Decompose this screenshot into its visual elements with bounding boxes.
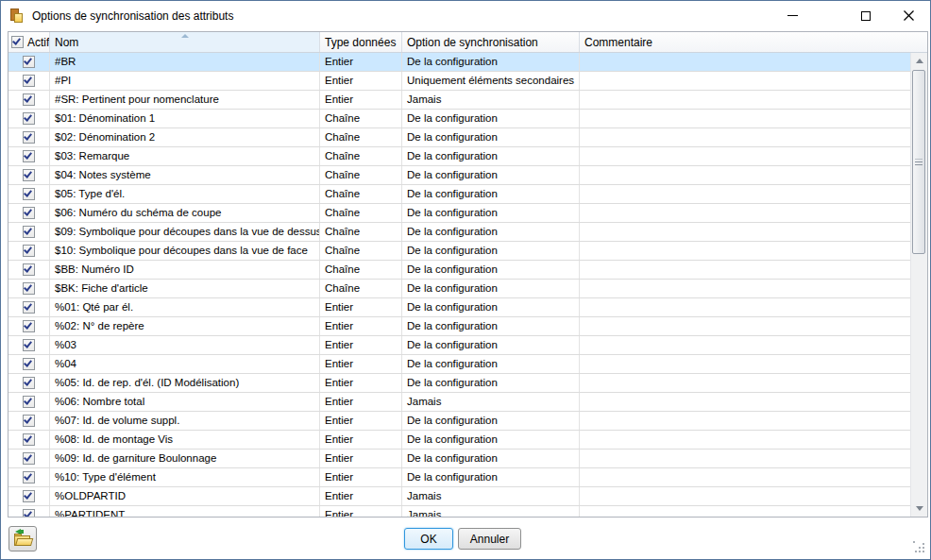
- attribute-name-cell: $01: Dénomination 1: [50, 110, 320, 127]
- actif-cell: [8, 336, 50, 354]
- row-checkbox[interactable]: [23, 471, 35, 484]
- table-row[interactable]: $04: Notes système Chaîne De la configur…: [8, 166, 910, 185]
- actif-cell: [8, 355, 50, 373]
- row-checkbox[interactable]: [23, 433, 35, 446]
- actif-cell: [8, 431, 50, 449]
- row-checkbox[interactable]: [23, 112, 35, 125]
- scrollbar-thumb[interactable]: [912, 70, 925, 254]
- row-checkbox[interactable]: [23, 490, 35, 502]
- comment-cell: [580, 223, 910, 241]
- data-type-cell: Entier: [320, 91, 402, 109]
- row-checkbox[interactable]: [23, 131, 35, 144]
- table-row[interactable]: $01: Dénomination 1 Chaîne De la configu…: [8, 110, 910, 128]
- app-icon: [9, 8, 25, 24]
- header-commentaire[interactable]: Commentaire: [580, 32, 927, 52]
- comment-cell: [580, 261, 910, 279]
- table-row[interactable]: %09: Id. de garniture Boulonnage Entier …: [8, 450, 910, 468]
- table-row[interactable]: %04 Entier De la configuration: [8, 355, 910, 374]
- comment-cell: [580, 412, 910, 430]
- check-mark: [24, 169, 32, 178]
- attribute-name-cell: %08: Id. de montage Vis: [50, 431, 320, 449]
- data-type-cell: Entier: [320, 468, 402, 486]
- row-checkbox[interactable]: [23, 509, 35, 517]
- open-folder-icon: [13, 532, 32, 547]
- row-checkbox[interactable]: [23, 415, 35, 427]
- table-row[interactable]: %10: Type d'élément Entier De la configu…: [8, 468, 910, 487]
- comment-cell: [580, 393, 910, 411]
- row-checkbox[interactable]: [23, 282, 35, 295]
- row-checkbox[interactable]: [23, 358, 35, 370]
- table-row[interactable]: $05: Type d'él. Chaîne De la configurati…: [8, 185, 910, 204]
- header-sync-label: Option de synchronisation: [407, 36, 538, 49]
- row-checkbox[interactable]: [23, 263, 35, 276]
- row-checkbox[interactable]: [23, 245, 35, 257]
- table-row[interactable]: %06: Nombre total Entier Jamais: [8, 393, 910, 412]
- header-actif[interactable]: Actif: [8, 32, 50, 52]
- maximize-icon: [861, 11, 871, 21]
- sync-option-cell: Jamais: [402, 393, 580, 411]
- table-row[interactable]: $10: Symbolique pour découpes dans la vu…: [8, 242, 910, 261]
- table-row[interactable]: $03: Remarque Chaîne De la configuration: [8, 147, 910, 166]
- window-title: Options de synchronisation des attributs: [32, 9, 233, 23]
- table-row[interactable]: $09: Symbolique pour découpes dans la vu…: [8, 223, 910, 242]
- check-mark: [24, 320, 32, 329]
- scroll-down-icon: [916, 506, 923, 511]
- table-row[interactable]: $BB: Numéro ID Chaîne De la configuratio…: [8, 261, 910, 280]
- scroll-down-button[interactable]: [911, 501, 928, 517]
- table-row[interactable]: $02: Dénomination 2 Chaîne De la configu…: [8, 128, 910, 147]
- comment-cell: [580, 355, 910, 373]
- actif-cell: [8, 393, 50, 411]
- table-row[interactable]: %02: N° de repère Entier De la configura…: [8, 317, 910, 336]
- close-button[interactable]: [887, 1, 930, 30]
- attribute-name-cell: %10: Type d'élément: [50, 468, 320, 486]
- row-checkbox[interactable]: [23, 320, 35, 332]
- row-checkbox[interactable]: [23, 150, 35, 162]
- vertical-scrollbar[interactable]: [910, 53, 927, 517]
- data-type-cell: Entier: [320, 506, 402, 517]
- comment-cell: [580, 374, 910, 392]
- header-type-donnees[interactable]: Type données: [320, 32, 402, 52]
- sync-option-cell: De la configuration: [402, 223, 580, 241]
- table-row[interactable]: %05: Id. de rep. d'él. (ID Modélisation)…: [8, 374, 910, 393]
- comment-cell: [580, 128, 910, 146]
- row-checkbox[interactable]: [23, 452, 35, 465]
- table-row[interactable]: %03 Entier De la configuration: [8, 336, 910, 355]
- table-row[interactable]: $06: Numéro du schéma de coupe Chaîne De…: [8, 204, 910, 223]
- row-checkbox[interactable]: [23, 301, 35, 314]
- table-row[interactable]: #BR Entier De la configuration: [8, 53, 910, 72]
- row-checkbox[interactable]: [23, 169, 35, 181]
- minimize-button[interactable]: [770, 1, 814, 30]
- dialog-window: Options de synchronisation des attributs…: [0, 0, 931, 560]
- select-all-checkbox[interactable]: [11, 36, 24, 48]
- actif-cell: [8, 374, 50, 392]
- actif-cell: [8, 412, 50, 430]
- resize-grip[interactable]: [913, 541, 925, 553]
- load-from-file-button[interactable]: [8, 526, 37, 552]
- attribute-name-cell: %PARTIDENT: [50, 506, 320, 517]
- header-option-sync[interactable]: Option de synchronisation: [402, 32, 580, 52]
- row-checkbox[interactable]: [23, 377, 35, 389]
- row-checkbox[interactable]: [23, 75, 35, 87]
- header-nom[interactable]: Nom: [50, 32, 320, 52]
- maximize-button[interactable]: [844, 1, 888, 30]
- row-checkbox[interactable]: [23, 188, 35, 200]
- table-row[interactable]: %07: Id. de volume suppl. Entier De la c…: [8, 412, 910, 431]
- table-row[interactable]: %PARTIDENT Entier Jamais: [8, 506, 910, 517]
- table-row[interactable]: %01: Qté par él. Entier De la configurat…: [8, 298, 910, 317]
- row-checkbox[interactable]: [23, 207, 35, 219]
- row-checkbox[interactable]: [23, 226, 35, 238]
- row-checkbox[interactable]: [23, 339, 35, 351]
- row-checkbox[interactable]: [23, 56, 35, 68]
- row-checkbox[interactable]: [23, 396, 35, 408]
- actif-cell: [8, 204, 50, 222]
- cancel-button[interactable]: Annuler: [458, 528, 521, 550]
- ok-button[interactable]: OK: [404, 528, 453, 550]
- table-row[interactable]: %OLDPARTID Entier Jamais: [8, 487, 910, 506]
- table-row[interactable]: $BK: Fiche d'article Chaîne De la config…: [8, 280, 910, 298]
- table-row[interactable]: #PI Entier Uniquement éléments secondair…: [8, 72, 910, 91]
- actif-cell: [8, 317, 50, 335]
- table-row[interactable]: %08: Id. de montage Vis Entier De la con…: [8, 431, 910, 450]
- table-row[interactable]: #SR: Pertinent pour nomenclature Entier …: [8, 91, 910, 110]
- row-checkbox[interactable]: [23, 93, 35, 106]
- scroll-up-button[interactable]: [911, 53, 928, 69]
